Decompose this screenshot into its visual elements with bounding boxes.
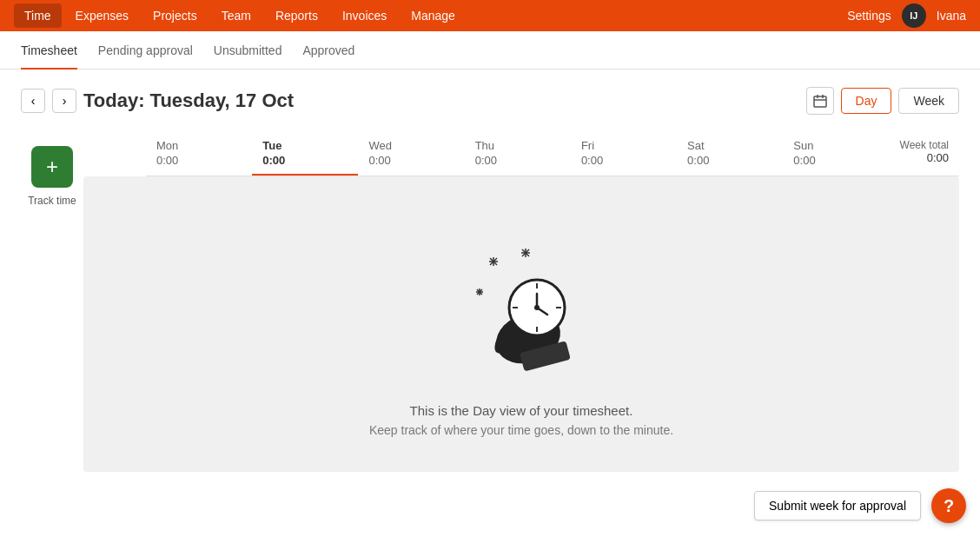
user-name: Ivana	[937, 9, 966, 23]
submit-week-button[interactable]: Submit week for approval	[754, 491, 921, 520]
day-thu[interactable]: Thu 0:00	[465, 132, 571, 176]
help-button[interactable]: ?	[931, 488, 966, 523]
week-total: Week total 0:00	[890, 132, 959, 176]
tab-timesheet[interactable]: Timesheet	[21, 33, 77, 70]
view-toggle: Day Week	[806, 87, 959, 115]
nav-item-team[interactable]: Team	[211, 3, 262, 28]
day-view-button[interactable]: Day	[841, 88, 892, 114]
sub-nav: Timesheet Pending approval Unsubmitted A…	[0, 31, 980, 70]
day-mon[interactable]: Mon 0:00	[146, 132, 252, 176]
date-nav: ‹ › Today: Tuesday, 17 Oct	[21, 89, 294, 113]
avatar[interactable]: IJ	[902, 3, 926, 28]
bottom-bar: Submit week for approval ?	[754, 488, 966, 523]
empty-state: This is the Day view of your timesheet. …	[83, 176, 959, 472]
nav-item-invoices[interactable]: Invoices	[332, 3, 397, 28]
tab-pending-approval[interactable]: Pending approval	[98, 33, 193, 70]
timesheet-illustration	[434, 212, 608, 386]
plus-icon: +	[46, 155, 58, 179]
tab-approved[interactable]: Approved	[302, 33, 354, 70]
nav-item-expenses[interactable]: Expenses	[65, 3, 139, 28]
prev-arrow[interactable]: ‹	[21, 89, 45, 113]
nav-right: Settings IJ Ivana	[847, 3, 966, 28]
tab-unsubmitted[interactable]: Unsubmitted	[214, 33, 282, 70]
week-view-button[interactable]: Week	[898, 88, 959, 114]
empty-state-line2: Keep track of where your time goes, down…	[369, 423, 673, 437]
next-arrow[interactable]: ›	[52, 89, 76, 113]
day-wed[interactable]: Wed 0:00	[358, 132, 464, 176]
day-sat[interactable]: Sat 0:00	[677, 132, 783, 176]
track-time-container: + Track time	[21, 132, 83, 472]
settings-link[interactable]: Settings	[847, 9, 891, 23]
main-content: ‹ › Today: Tuesday, 17 Oct Day Week +	[0, 70, 980, 489]
svg-point-30	[534, 305, 540, 310]
track-time-label: Track time	[28, 195, 76, 207]
nav-item-projects[interactable]: Projects	[142, 3, 208, 28]
content-area: + Track time Mon 0:00 Tue 0:00 Wed 0:00	[21, 132, 959, 472]
date-title: Today: Tuesday, 17 Oct	[83, 90, 294, 112]
week-row: Mon 0:00 Tue 0:00 Wed 0:00 Thu 0:00 Fri	[146, 132, 959, 176]
empty-state-line1: This is the Day view of your timesheet.	[410, 403, 633, 418]
day-sun[interactable]: Sun 0:00	[783, 132, 889, 176]
day-tue[interactable]: Tue 0:00	[252, 132, 358, 176]
nav-item-time[interactable]: Time	[14, 3, 62, 28]
nav-item-manage[interactable]: Manage	[401, 3, 466, 28]
nav-left: Time Expenses Projects Team Reports Invo…	[14, 3, 466, 28]
svg-rect-0	[814, 96, 826, 107]
nav-item-reports[interactable]: Reports	[265, 3, 328, 28]
track-time-button[interactable]: +	[31, 146, 73, 188]
calendar-button[interactable]	[806, 87, 834, 115]
day-fri[interactable]: Fri 0:00	[571, 132, 677, 176]
date-header: ‹ › Today: Tuesday, 17 Oct Day Week	[21, 87, 959, 115]
top-nav: Time Expenses Projects Team Reports Invo…	[0, 0, 980, 31]
right-panel: Mon 0:00 Tue 0:00 Wed 0:00 Thu 0:00 Fri	[83, 132, 959, 472]
